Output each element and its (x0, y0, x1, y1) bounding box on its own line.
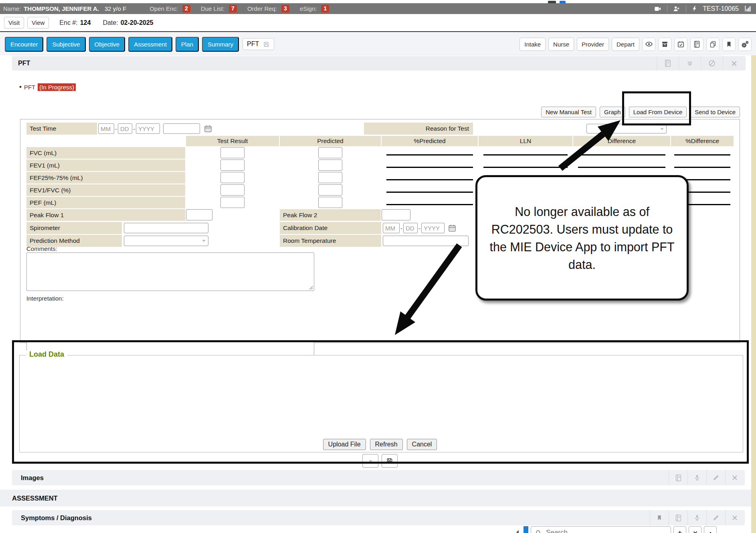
tab-subjective[interactable]: Subjective (46, 37, 85, 52)
book-icon[interactable] (669, 510, 687, 525)
microphone-icon[interactable] (687, 510, 706, 525)
blank-line (483, 154, 568, 155)
chevron-down-icon[interactable] (362, 454, 378, 468)
test-date-mm-input[interactable] (98, 123, 114, 134)
lightning-icon[interactable] (691, 5, 697, 12)
tab-plan[interactable]: Plan (176, 37, 199, 52)
intake-button[interactable]: Intake (519, 38, 546, 51)
graph-button[interactable]: Graph (600, 107, 625, 117)
date-label: Date: (103, 19, 118, 26)
copy-icon[interactable] (706, 38, 720, 51)
resize-handle[interactable] (309, 285, 313, 290)
pencil-icon[interactable] (706, 510, 725, 525)
video-icon[interactable] (653, 5, 662, 12)
book-icon[interactable] (669, 470, 687, 485)
bookmark-icon[interactable] (722, 38, 736, 51)
assessment-section-bar[interactable]: ASSESSMENT (0, 490, 756, 507)
bar-chart-icon[interactable] (744, 5, 752, 12)
fev1fvc-predicted-input[interactable] (318, 184, 342, 196)
search-input-wrap[interactable] (531, 526, 671, 533)
peak-flow-2-input[interactable] (382, 209, 410, 220)
spirometer-input[interactable] (124, 223, 208, 233)
collapse-left-icon[interactable] (515, 529, 521, 533)
test-date-yyyy-input[interactable] (136, 123, 160, 134)
status-badge: (In Progress) (38, 83, 76, 91)
refresh-button[interactable]: Refresh (370, 439, 403, 450)
tab-summary[interactable]: Summary (202, 37, 239, 52)
send-to-device-button[interactable]: Send to Device (690, 107, 740, 117)
test-date-dd-input[interactable] (118, 123, 132, 134)
calibration-yyyy-input[interactable] (421, 223, 445, 233)
esign-count[interactable]: 1 (321, 5, 329, 12)
comments-textarea[interactable] (26, 252, 314, 291)
fvc-predicted-input[interactable] (318, 147, 342, 158)
name-label: Name: (3, 5, 21, 12)
peak-flow-1-input[interactable] (186, 209, 212, 220)
symptoms-diagnosis-section-bar[interactable]: Symptoms / Diagnosis (12, 510, 745, 525)
eye-icon[interactable] (642, 38, 655, 51)
load-data-fieldset: Load Data (19, 355, 743, 452)
fev1-test-result-input[interactable] (220, 159, 245, 171)
reason-for-test-select[interactable] (586, 124, 667, 133)
cancel-button[interactable]: Cancel (407, 439, 437, 450)
bookmark-icon[interactable] (650, 510, 669, 525)
calendar-check-icon[interactable] (674, 38, 687, 51)
tab-encounter[interactable]: Encounter (5, 37, 43, 52)
view-button[interactable]: View (27, 17, 49, 28)
date-separator: - (115, 125, 117, 132)
nurse-button[interactable]: Nurse (548, 38, 574, 51)
microphone-icon[interactable] (687, 470, 706, 485)
blank-line (578, 167, 665, 168)
visit-button[interactable]: Visit (4, 17, 24, 28)
cancel-icon[interactable] (701, 56, 723, 71)
book-icon[interactable] (657, 56, 679, 71)
fev1fvc-test-result-input[interactable] (220, 184, 245, 196)
room-temperature-input[interactable] (383, 236, 469, 246)
fev1-predicted-input[interactable] (318, 159, 342, 171)
open-enc-count[interactable]: 2 (182, 5, 190, 12)
close-icon[interactable] (689, 526, 701, 533)
caret-up-icon[interactable] (704, 526, 717, 533)
settings-gears-icon[interactable] (738, 38, 752, 51)
book-icon[interactable] (690, 38, 703, 51)
pef-test-result-input[interactable] (220, 197, 245, 208)
load-from-device-button[interactable]: Load From Device (629, 107, 687, 117)
date-separator: - (133, 125, 135, 132)
images-section-bar[interactable]: Images (12, 470, 745, 485)
search-input[interactable] (545, 528, 655, 533)
divider (667, 5, 667, 12)
fvc-test-result-input[interactable] (220, 147, 245, 158)
save-icon[interactable] (263, 41, 270, 48)
new-manual-test-button[interactable]: New Manual Test (541, 107, 596, 117)
calibration-dd-input[interactable] (403, 223, 418, 233)
add-user-icon[interactable] (673, 5, 681, 12)
row-fvc: FVC (mL) (26, 147, 734, 159)
upload-file-button[interactable]: Upload File (323, 439, 366, 450)
prediction-method-select[interactable] (124, 236, 208, 246)
collapse-icon[interactable] (679, 56, 701, 71)
calibration-mm-input[interactable] (383, 223, 400, 233)
pft-document-link[interactable]: PFT (24, 84, 35, 91)
pef-predicted-input[interactable] (318, 197, 342, 208)
test-time-input[interactable] (163, 123, 200, 134)
depart-button[interactable]: Depart (612, 38, 639, 51)
tab-objective[interactable]: Objective (89, 37, 125, 52)
calendar-icon[interactable] (204, 124, 212, 133)
add-icon[interactable] (673, 526, 686, 533)
save-icon[interactable] (382, 454, 398, 468)
tab-assessment[interactable]: Assessment (128, 37, 172, 52)
due-list-count[interactable]: 7 (229, 5, 237, 12)
pft-list-item: • PFT (In Progress) (19, 83, 76, 91)
pencil-icon[interactable] (706, 470, 725, 485)
tab-pft-active[interactable]: PFT (243, 38, 274, 50)
blank-line (674, 154, 730, 155)
fef-predicted-input[interactable] (318, 172, 342, 183)
order-req-count[interactable]: 3 (281, 5, 289, 12)
close-icon[interactable] (725, 510, 744, 525)
provider-button[interactable]: Provider (577, 38, 609, 51)
fef-test-result-input[interactable] (220, 172, 245, 183)
archive-icon[interactable] (658, 38, 671, 51)
close-icon[interactable] (725, 470, 744, 485)
calendar-icon[interactable] (448, 224, 457, 232)
close-icon[interactable] (723, 56, 745, 71)
